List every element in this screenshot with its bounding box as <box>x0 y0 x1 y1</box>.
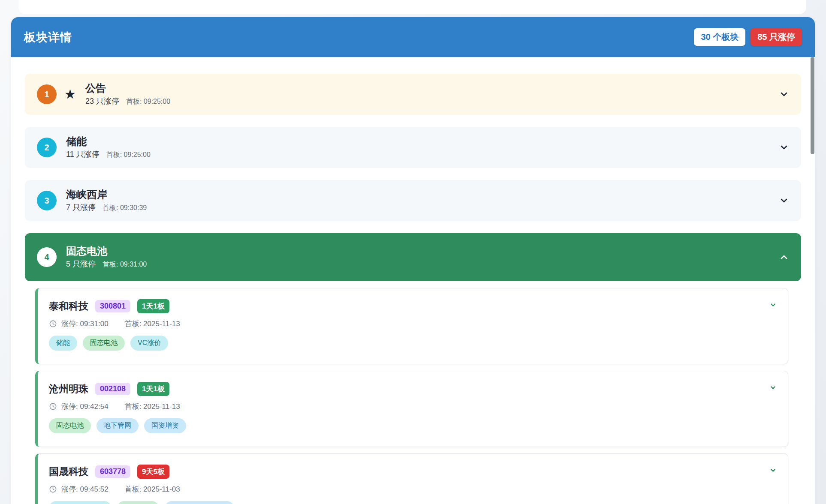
board-streak-badge: 9天5板 <box>137 465 169 479</box>
sector-name: 固态电池 <box>66 245 147 257</box>
chevron-up-icon[interactable] <box>779 252 789 262</box>
stock-tags: 光伏异质结电池 固态电池 绿色低碳示范工程 <box>49 501 776 504</box>
chevron-down-icon[interactable] <box>769 301 777 310</box>
chevron-down-icon[interactable] <box>779 89 789 99</box>
scrolled-card-remnant <box>18 0 806 14</box>
panel-header: 板块详情 30 个板块 85 只涨停 <box>11 17 815 57</box>
board-streak-badge: 1天1板 <box>137 382 169 396</box>
concept-tag[interactable]: VC涨价 <box>130 336 168 351</box>
rank-badge: 2 <box>37 138 57 157</box>
stock-name: 泰和科技 <box>49 300 88 313</box>
header-badges: 30 个板块 85 只涨停 <box>694 28 802 46</box>
first-board-time: 首板: 09:25:00 <box>106 150 151 159</box>
clock-icon <box>49 402 57 411</box>
sector-subtitle: 7 只涨停 首板: 09:30:39 <box>66 202 147 213</box>
first-board-date: 首板: 2025-11-03 <box>125 484 180 494</box>
vertical-scrollbar-thumb[interactable] <box>811 57 814 154</box>
sector-subtitle: 5 只涨停 首板: 09:31:00 <box>66 259 147 269</box>
limit-up-count: 11 只涨停 <box>66 149 99 159</box>
limit-up-count-badge: 85 只涨停 <box>751 28 802 46</box>
sector-text: 固态电池 5 只涨停 首板: 09:31:00 <box>66 245 147 270</box>
chevron-down-icon[interactable] <box>779 142 789 153</box>
stock-title-row: 沧州明珠 002108 1天1板 <box>49 381 776 396</box>
rank-badge: 4 <box>37 247 57 267</box>
clock-icon <box>49 320 57 328</box>
stock-code-badge: 300801 <box>95 300 130 312</box>
sector-name: 海峡西岸 <box>66 189 147 201</box>
stock-card-cangzhou[interactable]: 沧州明珠 002108 1天1板 涨停: 09:42:54 首板: 2025-1… <box>35 371 788 447</box>
page-title: 板块详情 <box>24 30 72 45</box>
sector-row-4[interactable]: 4 固态电池 5 只涨停 首板: 09:31:00 <box>25 233 801 281</box>
sector-row-3[interactable]: 3 海峡西岸 7 只涨停 首板: 09:30:39 <box>25 180 801 221</box>
sector-subtitle: 11 只涨停 首板: 09:25:00 <box>66 149 151 159</box>
rank-badge: 3 <box>37 191 57 210</box>
sector-subtitle: 23 只涨停 首板: 09:25:00 <box>85 96 170 106</box>
limit-up-time: 涨停: 09:42:54 <box>61 402 109 411</box>
stock-code-badge: 603778 <box>95 465 130 478</box>
stock-name: 国晟科技 <box>49 465 88 478</box>
limit-up-count: 7 只涨停 <box>66 202 96 213</box>
concept-tag[interactable]: 固态电池 <box>117 501 159 504</box>
stock-tags: 固态电池 地下管网 国资增资 <box>49 418 776 433</box>
sector-list: 1 ★ 公告 23 只涨停 首板: 09:25:00 2 <box>11 57 815 504</box>
sector-text: 储能 11 只涨停 首板: 09:25:00 <box>66 135 151 160</box>
sector-detail-panel: 板块详情 30 个板块 85 只涨停 1 ★ 公告 23 只涨停 首板: 09:… <box>11 17 815 504</box>
stock-card-taihe[interactable]: 泰和科技 300801 1天1板 涨停: 09:31:00 首板: 2025-1… <box>35 288 788 364</box>
star-icon: ★ <box>64 88 76 101</box>
sector-text: 海峡西岸 7 只涨停 首板: 09:30:39 <box>66 189 147 213</box>
sector-name: 公告 <box>85 82 170 94</box>
first-board-time: 首板: 09:30:39 <box>102 204 147 213</box>
concept-tag[interactable]: 绿色低碳示范工程 <box>165 501 234 504</box>
limit-up-time: 涨停: 09:45:52 <box>61 484 109 494</box>
chevron-down-icon[interactable] <box>769 384 777 393</box>
stock-title-row: 国晟科技 603778 9天5板 <box>49 464 776 479</box>
stock-meta: 涨停: 09:45:52 首板: 2025-11-03 <box>49 484 776 494</box>
stock-meta: 涨停: 09:31:00 首板: 2025-11-13 <box>49 318 776 329</box>
stock-meta: 涨停: 09:42:54 首板: 2025-11-13 <box>49 401 776 411</box>
stock-code-badge: 002108 <box>95 383 130 395</box>
chevron-down-icon[interactable] <box>769 467 777 476</box>
concept-tag[interactable]: 光伏异质结电池 <box>49 501 112 504</box>
concept-tag[interactable]: 储能 <box>49 336 77 351</box>
first-board-time: 首板: 09:25:00 <box>126 97 170 106</box>
first-board-date: 首板: 2025-11-13 <box>125 319 180 329</box>
concept-tag[interactable]: 固态电池 <box>83 336 125 351</box>
stock-tags: 储能 固态电池 VC涨价 <box>49 336 776 351</box>
board-streak-badge: 1天1板 <box>137 299 169 313</box>
rank-badge: 1 <box>37 84 57 104</box>
sector-row-2[interactable]: 2 储能 11 只涨停 首板: 09:25:00 <box>25 127 801 168</box>
sector-text: 公告 23 只涨停 首板: 09:25:00 <box>85 82 170 107</box>
limit-up-count: 23 只涨停 <box>85 96 119 106</box>
chevron-down-icon[interactable] <box>779 195 789 206</box>
stock-name: 沧州明珠 <box>49 382 88 396</box>
sector-count-badge: 30 个板块 <box>694 28 745 46</box>
concept-tag[interactable]: 固态电池 <box>49 418 91 433</box>
clock-icon <box>49 485 57 493</box>
limit-up-time: 涨停: 09:31:00 <box>61 319 109 329</box>
stock-title-row: 泰和科技 300801 1天1板 <box>49 299 776 313</box>
stock-card-guosheng[interactable]: 国晟科技 603778 9天5板 涨停: 09:45:52 首板: 2025-1… <box>35 453 788 504</box>
first-board-time: 首板: 09:31:00 <box>102 260 147 269</box>
concept-tag[interactable]: 国资增资 <box>144 418 186 433</box>
sector-name: 储能 <box>66 135 151 147</box>
page: 板块详情 30 个板块 85 只涨停 1 ★ 公告 23 只涨停 首板: 09:… <box>0 0 826 504</box>
limit-up-count: 5 只涨停 <box>66 259 96 269</box>
sector-row-1[interactable]: 1 ★ 公告 23 只涨停 首板: 09:25:00 <box>25 74 801 115</box>
scroll-area: 板块详情 30 个板块 85 只涨停 1 ★ 公告 23 只涨停 首板: 09:… <box>11 0 815 504</box>
concept-tag[interactable]: 地下管网 <box>96 418 139 433</box>
first-board-date: 首板: 2025-11-13 <box>125 402 180 411</box>
